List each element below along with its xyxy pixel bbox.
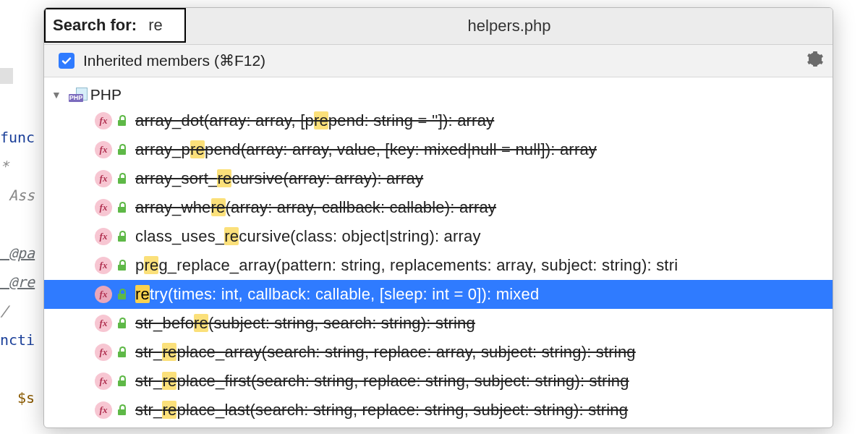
list-item[interactable]: fxstr_before(subject: string, search: st…: [44, 309, 833, 338]
list-item[interactable]: fxstr_replace_array(search: string, repl…: [44, 338, 833, 367]
lock-open-icon: [116, 173, 128, 184]
function-icon: fx: [95, 344, 112, 361]
structure-popup: Search for: helpers.php Inherited member…: [43, 7, 833, 428]
popup-title: helpers.php: [186, 17, 833, 35]
list-item[interactable]: fxarray_prepend(array: array, value, [ke…: [44, 135, 833, 164]
function-signature: class_uses_recursive(class: object|strin…: [135, 227, 481, 246]
function-icon: fx: [95, 228, 112, 245]
search-box[interactable]: Search for:: [44, 8, 186, 43]
function-signature: str_replace_first(search: string, replac…: [135, 372, 629, 391]
list-item[interactable]: fxpreg_replace_array(pattern: string, re…: [44, 251, 833, 280]
lock-open-icon: [116, 202, 128, 213]
function-signature: array_dot(array: array, [prepend: string…: [135, 111, 494, 130]
lock-open-icon: [116, 318, 128, 329]
function-signature: array_sort_recursive(array: array): arra…: [135, 169, 423, 188]
lock-open-icon: [116, 404, 128, 416]
function-icon: fx: [95, 401, 112, 419]
inherited-checkbox[interactable]: [59, 53, 75, 69]
function-icon: fx: [95, 373, 112, 390]
group-label: PHP: [90, 86, 122, 103]
lock-open-icon: [116, 231, 128, 242]
function-signature: array_prepend(array: array, value, [key:…: [135, 140, 597, 159]
list-item[interactable]: fxstr_replace_last(search: string, repla…: [44, 396, 833, 425]
function-icon: fx: [95, 286, 112, 303]
function-signature: retry(times: int, callback: callable, [s…: [135, 285, 539, 304]
function-signature: str_replace_array(search: string, replac…: [135, 343, 636, 362]
php-file-icon: PHP: [69, 88, 88, 102]
list-item[interactable]: fxretry(times: int, callback: callable, …: [44, 280, 833, 309]
function-icon: fx: [95, 112, 112, 129]
list-item[interactable]: fxarray_where(array: array, callback: ca…: [44, 193, 833, 222]
title-bar: Search for: helpers.php: [44, 8, 833, 45]
collapse-icon[interactable]: ▼: [51, 89, 61, 101]
list-item[interactable]: fxstr_replace_first(search: string, repl…: [44, 367, 833, 396]
options-bar: Inherited members (⌘F12): [44, 45, 833, 77]
lock-open-icon: [116, 260, 128, 271]
lock-open-icon: [116, 144, 128, 156]
function-icon: fx: [95, 141, 112, 158]
function-icon: fx: [95, 257, 112, 274]
function-signature: str_replace_last(search: string, replace…: [135, 401, 628, 420]
lock-open-icon: [116, 289, 128, 300]
list-item[interactable]: fxarray_dot(array: array, [prepend: stri…: [44, 106, 833, 135]
lock-open-icon: [116, 115, 128, 127]
function-signature: preg_replace_array(pattern: string, repl…: [135, 256, 678, 275]
function-icon: fx: [95, 199, 112, 216]
inherited-label: Inherited members (⌘F12): [83, 52, 265, 69]
search-label: Search for:: [53, 16, 137, 35]
function-signature: str_before(subject: string, search: stri…: [135, 314, 475, 333]
lock-open-icon: [116, 346, 128, 358]
function-icon: fx: [95, 170, 112, 187]
search-input[interactable]: [147, 15, 179, 35]
function-signature: array_where(array: array, callback: call…: [135, 198, 496, 217]
gear-icon[interactable]: [807, 51, 824, 72]
list-item[interactable]: fxclass_uses_recursive(class: object|str…: [44, 222, 833, 251]
group-php[interactable]: ▼ PHP PHP: [44, 83, 833, 106]
editor-background: func * Ass @pa @re / ncti $s: [0, 0, 43, 434]
list-item[interactable]: fxarray_sort_recursive(array: array): ar…: [44, 164, 833, 193]
result-tree: ▼ PHP PHP fxarray_dot(array: array, [pre…: [44, 77, 833, 427]
function-icon: fx: [95, 315, 112, 332]
lock-open-icon: [116, 375, 128, 387]
